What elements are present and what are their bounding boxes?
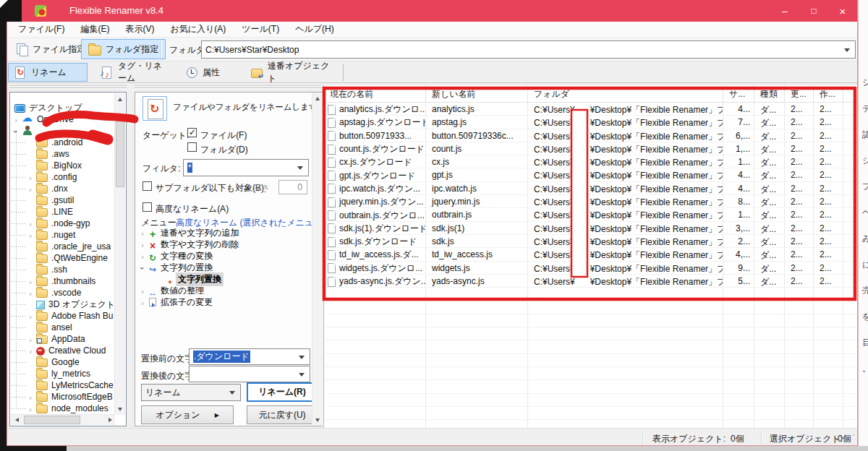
options-button[interactable]: オプション ▶ [141, 405, 234, 424]
table-row[interactable]: cx.js.ダウンロード cx.js C:¥Users¥¥Desktop¥「Fl… [324, 155, 858, 168]
column-header-folder[interactable]: フォルダ [528, 85, 723, 102]
tree-item[interactable]: .thumbnails [10, 275, 114, 287]
tree-item[interactable]: LyMetricsCache [10, 379, 114, 391]
maximize-button[interactable]: □ [799, 0, 828, 22]
table-row[interactable]: sdk.js.ダウンロード sdk.js C:¥Users¥¥Desktop¥「… [324, 235, 858, 248]
before-text-combobox[interactable]: .ダウンロード [189, 348, 310, 365]
subfolder-checkbox[interactable] [142, 181, 152, 191]
tree-item[interactable] [10, 125, 114, 137]
rename-menu-item[interactable]: 拡張子の変更 [138, 296, 310, 308]
tree-item[interactable]: ly_metrics [10, 368, 114, 379]
tree-item[interactable]: .node-gyp [10, 218, 114, 229]
file-select-button[interactable]: ファイル指定 [9, 39, 93, 59]
tree-item[interactable]: AppData [10, 333, 114, 345]
rebar-grip[interactable] [9, 85, 127, 86]
undo-button[interactable]: 元に戻す(U) [247, 405, 318, 424]
tree-item[interactable]: .gsutil [10, 194, 114, 206]
after-text-combobox[interactable] [189, 366, 310, 382]
folder-path-combobox[interactable]: C:¥Users¥Star¥Desktop [201, 40, 856, 59]
tree-item[interactable]: .vscode [10, 287, 114, 298]
scrollbar-thumb[interactable] [116, 121, 124, 187]
rebar-grip[interactable] [135, 87, 321, 88]
tree-item[interactable]: .LINE [10, 206, 114, 218]
resize-grip[interactable]: ⋰ [846, 432, 856, 444]
tree-item[interactable]: MicrosoftEdgeB [10, 391, 114, 403]
rebar-grip[interactable] [135, 85, 321, 86]
rebar-grip[interactable] [9, 87, 127, 88]
advanced-rename-checkbox[interactable] [142, 202, 152, 212]
scroll-down-icon[interactable] [115, 404, 126, 415]
menu-item[interactable]: お気に入り(A) [162, 23, 234, 35]
rename-menu-item[interactable]: 文字列の置換 [138, 262, 310, 273]
scroll-right-icon[interactable] [104, 415, 115, 426]
target-folder-checkbox[interactable] [187, 142, 197, 152]
menu-item[interactable]: ファイル(F) [10, 23, 72, 35]
tab[interactable]: タグ・リネーム [95, 63, 174, 82]
tree-item-icon [36, 220, 48, 228]
table-row[interactable]: jquery.min.js.ダウン... jquery.min.js C:¥Us… [324, 195, 858, 208]
column-header-new-name[interactable]: 新しい名前 [426, 85, 528, 102]
tree-item[interactable]: OneDrive [10, 113, 114, 125]
close-button[interactable]: × [828, 0, 857, 22]
tree-item[interactable]: .BigNox [10, 160, 114, 171]
tree-item[interactable]: node_modules [10, 403, 114, 414]
tree-item[interactable]: .dnx [10, 183, 114, 194]
menu-item[interactable]: ツール(T) [234, 23, 287, 35]
column-header-type[interactable]: 種類 [754, 85, 785, 102]
table-row[interactable]: apstag.js.ダウンロード apstag.js C:¥Users¥¥Des… [324, 116, 858, 129]
tree-item[interactable]: ansel [10, 322, 114, 333]
table-row[interactable]: gpt.js.ダウンロード gpt.js C:¥Users¥¥Desktop¥「… [324, 168, 858, 181]
tree-item[interactable]: .config [10, 171, 114, 183]
scroll-left-icon[interactable] [11, 415, 22, 426]
folder-select-button[interactable]: フォルダ指定 [81, 39, 166, 59]
table-row[interactable]: button.50971933... button.509719336c... … [324, 129, 858, 142]
tree-expander-icon[interactable] [26, 402, 35, 414]
column-header-created[interactable]: 作... [814, 85, 843, 102]
table-row[interactable]: yads-async.js.ダウン... yads-async.js C:¥Us… [324, 275, 858, 288]
table-row[interactable]: ipc.watch.js.ダウン... ipc.watch.js C:¥User… [324, 182, 858, 195]
scrollbar-thumb[interactable] [24, 416, 80, 424]
column-header-modified[interactable]: 更... [785, 85, 814, 102]
rename-button[interactable]: リネーム(R) [247, 382, 318, 402]
tree-item[interactable]: Adobe Flash Bu [10, 310, 114, 322]
table-row[interactable]: analytics.js.ダウンロ... analytics.js C:¥Use… [324, 103, 858, 116]
scroll-down-icon[interactable] [312, 415, 323, 426]
filter-combobox[interactable]: * [183, 159, 309, 176]
scroll-up-icon[interactable] [312, 93, 323, 103]
scroll-up-icon[interactable] [115, 93, 126, 104]
table-row[interactable]: count.js.ダウンロード count.js C:¥Users¥¥Deskt… [324, 142, 858, 155]
table-row[interactable]: td_iw_access.js.ダ... td_iw_access.js C:¥… [324, 248, 858, 261]
tree-item[interactable]: Creative Cloud [10, 345, 114, 356]
table-row[interactable]: widgets.js.ダウンロ... widgets.js C:¥Users¥¥… [324, 262, 858, 275]
tree-item[interactable]: Google [10, 356, 114, 368]
tree-item[interactable]: .aws [10, 148, 114, 160]
tree-vertical-scrollbar[interactable] [114, 93, 125, 415]
table-row[interactable]: outbrain.js.ダウンロ... outbrain.js C:¥Users… [324, 208, 858, 221]
minimize-button[interactable]: – [770, 0, 799, 22]
column-header-current-name[interactable]: 現在の名前 [324, 85, 426, 102]
tree-item[interactable]: .ssh [10, 264, 114, 275]
tree-item[interactable]: .nuget [10, 229, 114, 241]
tab[interactable]: 属性 [179, 63, 230, 82]
action-combobox[interactable]: リネーム [141, 384, 241, 401]
depth-input[interactable]: 0 [278, 180, 307, 194]
tab[interactable]: リネーム [8, 63, 88, 82]
tree-item[interactable]: .QtWebEngine [10, 252, 114, 264]
tree-item[interactable]: .oracle_jre_usa [10, 241, 114, 252]
menu-item[interactable]: 編集(E) [72, 23, 117, 35]
rename-menu-item[interactable]: 文字列置換 [138, 273, 310, 285]
tree-expander-icon[interactable] [138, 261, 147, 274]
tab[interactable]: 連番オブジェクト [244, 63, 340, 82]
column-header-size[interactable]: サ... [723, 85, 754, 102]
menu-item[interactable]: 表示(V) [117, 23, 162, 35]
table-row-empty [324, 288, 858, 301]
panel-vertical-scrollbar[interactable] [312, 93, 323, 426]
tree-item[interactable]: .android [10, 137, 114, 148]
tree-expander-icon[interactable] [12, 124, 20, 137]
tree-item[interactable]: 3D オブジェクト [10, 298, 114, 310]
tree-expander-icon[interactable] [138, 296, 147, 309]
target-file-checkbox[interactable] [187, 128, 197, 137]
table-row[interactable]: sdk.js(1).ダウンロード sdk.js(1) C:¥Users¥¥Des… [324, 222, 858, 235]
menu-item[interactable]: ヘルプ(H) [287, 23, 342, 35]
tree-horizontal-scrollbar[interactable] [11, 414, 115, 425]
